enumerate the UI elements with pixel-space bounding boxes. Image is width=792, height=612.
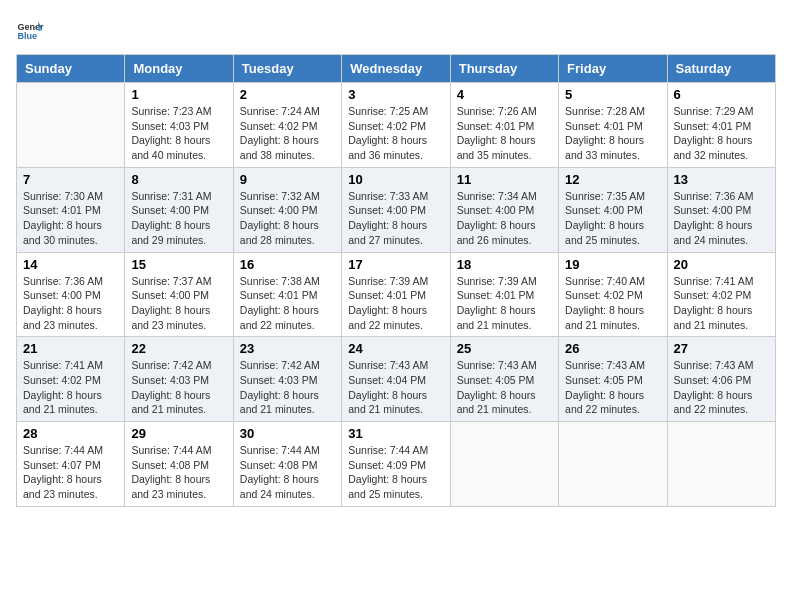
day-info: Sunrise: 7:42 AM Sunset: 4:03 PM Dayligh… bbox=[131, 358, 226, 417]
calendar-week-row: 7Sunrise: 7:30 AM Sunset: 4:01 PM Daylig… bbox=[17, 167, 776, 252]
day-number: 25 bbox=[457, 341, 552, 356]
day-number: 30 bbox=[240, 426, 335, 441]
day-info: Sunrise: 7:33 AM Sunset: 4:00 PM Dayligh… bbox=[348, 189, 443, 248]
logo-icon: General Blue bbox=[16, 16, 44, 44]
day-number: 27 bbox=[674, 341, 769, 356]
calendar-cell bbox=[450, 422, 558, 507]
logo: General Blue bbox=[16, 16, 44, 44]
day-number: 14 bbox=[23, 257, 118, 272]
day-info: Sunrise: 7:43 AM Sunset: 4:05 PM Dayligh… bbox=[565, 358, 660, 417]
day-number: 11 bbox=[457, 172, 552, 187]
weekday-header: Sunday bbox=[17, 55, 125, 83]
day-info: Sunrise: 7:40 AM Sunset: 4:02 PM Dayligh… bbox=[565, 274, 660, 333]
calendar-cell: 27Sunrise: 7:43 AM Sunset: 4:06 PM Dayli… bbox=[667, 337, 775, 422]
day-number: 13 bbox=[674, 172, 769, 187]
day-info: Sunrise: 7:24 AM Sunset: 4:02 PM Dayligh… bbox=[240, 104, 335, 163]
weekday-header: Saturday bbox=[667, 55, 775, 83]
calendar-cell: 13Sunrise: 7:36 AM Sunset: 4:00 PM Dayli… bbox=[667, 167, 775, 252]
day-number: 22 bbox=[131, 341, 226, 356]
calendar-cell: 1Sunrise: 7:23 AM Sunset: 4:03 PM Daylig… bbox=[125, 83, 233, 168]
calendar-cell: 10Sunrise: 7:33 AM Sunset: 4:00 PM Dayli… bbox=[342, 167, 450, 252]
calendar-cell: 3Sunrise: 7:25 AM Sunset: 4:02 PM Daylig… bbox=[342, 83, 450, 168]
calendar-cell: 17Sunrise: 7:39 AM Sunset: 4:01 PM Dayli… bbox=[342, 252, 450, 337]
day-number: 7 bbox=[23, 172, 118, 187]
day-number: 16 bbox=[240, 257, 335, 272]
day-info: Sunrise: 7:34 AM Sunset: 4:00 PM Dayligh… bbox=[457, 189, 552, 248]
calendar-cell: 22Sunrise: 7:42 AM Sunset: 4:03 PM Dayli… bbox=[125, 337, 233, 422]
day-number: 12 bbox=[565, 172, 660, 187]
day-info: Sunrise: 7:26 AM Sunset: 4:01 PM Dayligh… bbox=[457, 104, 552, 163]
day-number: 20 bbox=[674, 257, 769, 272]
day-number: 4 bbox=[457, 87, 552, 102]
day-number: 10 bbox=[348, 172, 443, 187]
day-info: Sunrise: 7:39 AM Sunset: 4:01 PM Dayligh… bbox=[348, 274, 443, 333]
calendar-cell: 6Sunrise: 7:29 AM Sunset: 4:01 PM Daylig… bbox=[667, 83, 775, 168]
calendar-cell: 9Sunrise: 7:32 AM Sunset: 4:00 PM Daylig… bbox=[233, 167, 341, 252]
day-info: Sunrise: 7:23 AM Sunset: 4:03 PM Dayligh… bbox=[131, 104, 226, 163]
weekday-header: Wednesday bbox=[342, 55, 450, 83]
day-number: 24 bbox=[348, 341, 443, 356]
calendar-cell: 7Sunrise: 7:30 AM Sunset: 4:01 PM Daylig… bbox=[17, 167, 125, 252]
day-info: Sunrise: 7:42 AM Sunset: 4:03 PM Dayligh… bbox=[240, 358, 335, 417]
day-number: 9 bbox=[240, 172, 335, 187]
day-number: 8 bbox=[131, 172, 226, 187]
day-number: 21 bbox=[23, 341, 118, 356]
day-number: 18 bbox=[457, 257, 552, 272]
day-number: 17 bbox=[348, 257, 443, 272]
calendar-table: SundayMondayTuesdayWednesdayThursdayFrid… bbox=[16, 54, 776, 507]
calendar-week-row: 28Sunrise: 7:44 AM Sunset: 4:07 PM Dayli… bbox=[17, 422, 776, 507]
calendar-cell: 28Sunrise: 7:44 AM Sunset: 4:07 PM Dayli… bbox=[17, 422, 125, 507]
day-number: 19 bbox=[565, 257, 660, 272]
day-info: Sunrise: 7:36 AM Sunset: 4:00 PM Dayligh… bbox=[674, 189, 769, 248]
calendar-cell: 30Sunrise: 7:44 AM Sunset: 4:08 PM Dayli… bbox=[233, 422, 341, 507]
day-number: 1 bbox=[131, 87, 226, 102]
day-info: Sunrise: 7:44 AM Sunset: 4:09 PM Dayligh… bbox=[348, 443, 443, 502]
calendar-cell: 16Sunrise: 7:38 AM Sunset: 4:01 PM Dayli… bbox=[233, 252, 341, 337]
weekday-header: Friday bbox=[559, 55, 667, 83]
calendar-cell: 11Sunrise: 7:34 AM Sunset: 4:00 PM Dayli… bbox=[450, 167, 558, 252]
day-info: Sunrise: 7:41 AM Sunset: 4:02 PM Dayligh… bbox=[23, 358, 118, 417]
day-info: Sunrise: 7:43 AM Sunset: 4:06 PM Dayligh… bbox=[674, 358, 769, 417]
calendar-cell: 29Sunrise: 7:44 AM Sunset: 4:08 PM Dayli… bbox=[125, 422, 233, 507]
calendar-week-row: 14Sunrise: 7:36 AM Sunset: 4:00 PM Dayli… bbox=[17, 252, 776, 337]
day-info: Sunrise: 7:29 AM Sunset: 4:01 PM Dayligh… bbox=[674, 104, 769, 163]
calendar-cell bbox=[559, 422, 667, 507]
calendar-cell: 20Sunrise: 7:41 AM Sunset: 4:02 PM Dayli… bbox=[667, 252, 775, 337]
day-info: Sunrise: 7:37 AM Sunset: 4:00 PM Dayligh… bbox=[131, 274, 226, 333]
day-number: 15 bbox=[131, 257, 226, 272]
day-info: Sunrise: 7:39 AM Sunset: 4:01 PM Dayligh… bbox=[457, 274, 552, 333]
calendar-week-row: 21Sunrise: 7:41 AM Sunset: 4:02 PM Dayli… bbox=[17, 337, 776, 422]
day-info: Sunrise: 7:36 AM Sunset: 4:00 PM Dayligh… bbox=[23, 274, 118, 333]
calendar-cell: 19Sunrise: 7:40 AM Sunset: 4:02 PM Dayli… bbox=[559, 252, 667, 337]
day-info: Sunrise: 7:35 AM Sunset: 4:00 PM Dayligh… bbox=[565, 189, 660, 248]
day-info: Sunrise: 7:44 AM Sunset: 4:07 PM Dayligh… bbox=[23, 443, 118, 502]
day-info: Sunrise: 7:44 AM Sunset: 4:08 PM Dayligh… bbox=[240, 443, 335, 502]
day-info: Sunrise: 7:41 AM Sunset: 4:02 PM Dayligh… bbox=[674, 274, 769, 333]
calendar-cell: 23Sunrise: 7:42 AM Sunset: 4:03 PM Dayli… bbox=[233, 337, 341, 422]
day-number: 28 bbox=[23, 426, 118, 441]
calendar-cell: 2Sunrise: 7:24 AM Sunset: 4:02 PM Daylig… bbox=[233, 83, 341, 168]
calendar-cell: 18Sunrise: 7:39 AM Sunset: 4:01 PM Dayli… bbox=[450, 252, 558, 337]
calendar-cell: 12Sunrise: 7:35 AM Sunset: 4:00 PM Dayli… bbox=[559, 167, 667, 252]
weekday-header: Tuesday bbox=[233, 55, 341, 83]
day-info: Sunrise: 7:30 AM Sunset: 4:01 PM Dayligh… bbox=[23, 189, 118, 248]
calendar-cell: 14Sunrise: 7:36 AM Sunset: 4:00 PM Dayli… bbox=[17, 252, 125, 337]
weekday-header-row: SundayMondayTuesdayWednesdayThursdayFrid… bbox=[17, 55, 776, 83]
calendar-cell: 5Sunrise: 7:28 AM Sunset: 4:01 PM Daylig… bbox=[559, 83, 667, 168]
calendar-cell: 25Sunrise: 7:43 AM Sunset: 4:05 PM Dayli… bbox=[450, 337, 558, 422]
day-info: Sunrise: 7:31 AM Sunset: 4:00 PM Dayligh… bbox=[131, 189, 226, 248]
day-number: 31 bbox=[348, 426, 443, 441]
svg-text:Blue: Blue bbox=[17, 31, 37, 41]
calendar-week-row: 1Sunrise: 7:23 AM Sunset: 4:03 PM Daylig… bbox=[17, 83, 776, 168]
day-number: 26 bbox=[565, 341, 660, 356]
day-info: Sunrise: 7:28 AM Sunset: 4:01 PM Dayligh… bbox=[565, 104, 660, 163]
calendar-cell: 26Sunrise: 7:43 AM Sunset: 4:05 PM Dayli… bbox=[559, 337, 667, 422]
calendar-cell: 31Sunrise: 7:44 AM Sunset: 4:09 PM Dayli… bbox=[342, 422, 450, 507]
calendar-cell: 4Sunrise: 7:26 AM Sunset: 4:01 PM Daylig… bbox=[450, 83, 558, 168]
day-info: Sunrise: 7:25 AM Sunset: 4:02 PM Dayligh… bbox=[348, 104, 443, 163]
calendar-cell: 24Sunrise: 7:43 AM Sunset: 4:04 PM Dayli… bbox=[342, 337, 450, 422]
day-info: Sunrise: 7:32 AM Sunset: 4:00 PM Dayligh… bbox=[240, 189, 335, 248]
day-number: 23 bbox=[240, 341, 335, 356]
day-number: 29 bbox=[131, 426, 226, 441]
day-info: Sunrise: 7:43 AM Sunset: 4:05 PM Dayligh… bbox=[457, 358, 552, 417]
